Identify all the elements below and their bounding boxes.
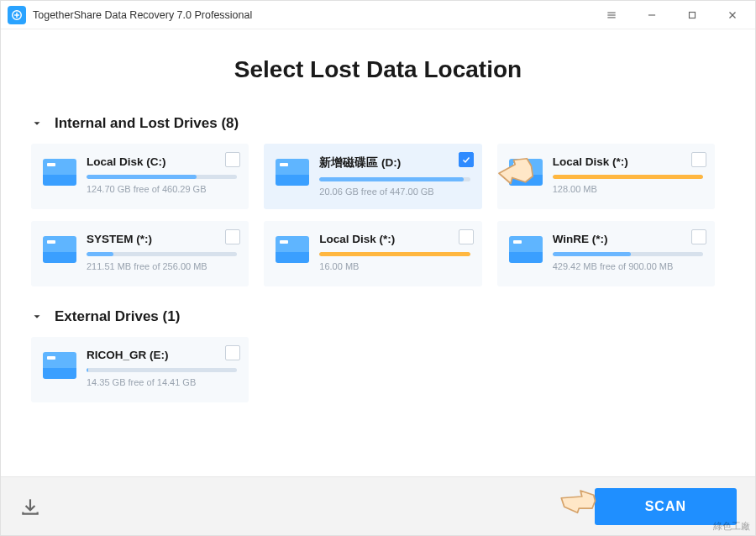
drive-checkbox[interactable]	[225, 345, 240, 360]
drive-body: 新增磁碟區 (D:)20.06 GB free of 447.00 GB	[319, 155, 470, 197]
drive-free-text: 20.06 GB free of 447.00 GB	[319, 187, 470, 197]
drive-card[interactable]: SYSTEM (*:)211.51 MB free of 256.00 MB	[31, 221, 249, 286]
drive-drive-icon	[509, 236, 543, 263]
drive-checkbox[interactable]	[225, 152, 240, 167]
drive-checkbox[interactable]	[225, 229, 240, 244]
drive-card[interactable]: 新增磁碟區 (D:)20.06 GB free of 447.00 GB	[264, 144, 481, 209]
drive-name: RICOH_GR (E:)	[87, 349, 237, 361]
chevron-down-icon	[31, 118, 43, 129]
external-drive-grid: RICOH_GR (E:)14.35 GB free of 14.41 GB	[31, 337, 715, 402]
section-internal-drives[interactable]: Internal and Lost Drives (8)	[31, 115, 715, 132]
usage-fill	[87, 368, 88, 372]
usage-bar	[87, 175, 237, 179]
import-session-icon[interactable]	[19, 496, 41, 518]
menu-button[interactable]	[596, 3, 627, 27]
usage-fill	[319, 252, 470, 256]
drive-checkbox[interactable]	[459, 152, 474, 167]
drive-free-text: 128.00 MB	[553, 184, 703, 194]
drive-free-text: 211.51 MB free of 256.00 MB	[87, 261, 237, 271]
drive-body: Local Disk (*:)128.00 MB	[553, 155, 703, 197]
drive-name: SYSTEM (*:)	[87, 233, 237, 245]
app-logo-icon	[8, 6, 26, 24]
maximize-button[interactable]	[676, 3, 708, 27]
drive-body: WinRE (*:)429.42 MB free of 900.00 MB	[553, 233, 703, 275]
usage-bar	[553, 175, 703, 179]
usage-fill	[553, 175, 703, 179]
drive-body: RICOH_GR (E:)14.35 GB free of 14.41 GB	[87, 349, 237, 391]
drive-checkbox[interactable]	[691, 229, 706, 244]
drive-card[interactable]: Local Disk (*:)128.00 MB	[497, 144, 715, 209]
usage-bar	[87, 368, 237, 372]
drive-card[interactable]: Local Disk (*:)16.00 MB	[264, 221, 481, 286]
watermark: 綠色工廠	[713, 520, 750, 533]
internal-drive-grid: Local Disk (C:)124.70 GB free of 460.29 …	[31, 144, 715, 286]
drive-free-text: 14.35 GB free of 14.41 GB	[87, 377, 237, 387]
page-title: Select Lost Data Location	[31, 56, 725, 83]
usage-fill	[553, 252, 631, 256]
usage-bar	[553, 252, 703, 256]
close-button[interactable]	[717, 3, 748, 27]
drive-card[interactable]: RICOH_GR (E:)14.35 GB free of 14.41 GB	[31, 337, 249, 402]
window-controls	[596, 3, 748, 27]
drive-checkbox[interactable]	[459, 229, 474, 244]
drive-drive-icon	[43, 236, 76, 263]
minimize-button[interactable]	[636, 3, 668, 27]
drive-drive-icon	[276, 159, 309, 186]
app-title: TogetherShare Data Recovery 7.0 Professi…	[33, 9, 252, 21]
section-internal-label: Internal and Lost Drives (8)	[55, 115, 239, 132]
usb-drive-icon	[43, 352, 76, 379]
drive-name: Local Disk (*:)	[553, 155, 703, 168]
footer-bar: SCAN	[1, 476, 755, 535]
drive-card[interactable]: Local Disk (C:)124.70 GB free of 460.29 …	[31, 144, 249, 209]
drive-body: Local Disk (*:)16.00 MB	[319, 233, 470, 275]
section-external-drives[interactable]: External Drives (1)	[31, 308, 715, 325]
scan-button[interactable]: SCAN	[595, 488, 737, 525]
drive-body: Local Disk (C:)124.70 GB free of 460.29 …	[87, 155, 237, 197]
main-content: Select Lost Data Location Internal and L…	[1, 29, 755, 476]
drive-scroll-area[interactable]: Internal and Lost Drives (8) Local Disk …	[31, 108, 725, 465]
usage-fill	[319, 177, 464, 181]
drive-drive-icon	[276, 236, 309, 263]
usage-fill	[87, 252, 113, 256]
drive-free-text: 429.42 MB free of 900.00 MB	[553, 261, 703, 271]
drive-name: 新增磁碟區 (D:)	[319, 155, 470, 171]
drive-drive-icon	[509, 159, 543, 186]
usage-bar	[319, 177, 470, 181]
windows-drive-icon	[43, 159, 76, 186]
drive-free-text: 124.70 GB free of 460.29 GB	[87, 184, 237, 194]
usage-fill	[87, 175, 197, 179]
drive-name: WinRE (*:)	[553, 233, 703, 245]
usage-bar	[87, 252, 237, 256]
drive-body: SYSTEM (*:)211.51 MB free of 256.00 MB	[87, 233, 237, 275]
section-external-label: External Drives (1)	[55, 308, 180, 325]
svg-rect-7	[690, 12, 696, 18]
drive-name: Local Disk (C:)	[87, 155, 237, 168]
chevron-down-icon	[31, 311, 43, 323]
usage-bar	[319, 252, 470, 256]
drive-card[interactable]: WinRE (*:)429.42 MB free of 900.00 MB	[497, 221, 715, 286]
drive-name: Local Disk (*:)	[319, 233, 470, 245]
drive-free-text: 16.00 MB	[319, 261, 470, 271]
drive-checkbox[interactable]	[691, 152, 706, 167]
titlebar: TogetherShare Data Recovery 7.0 Professi…	[1, 1, 755, 29]
